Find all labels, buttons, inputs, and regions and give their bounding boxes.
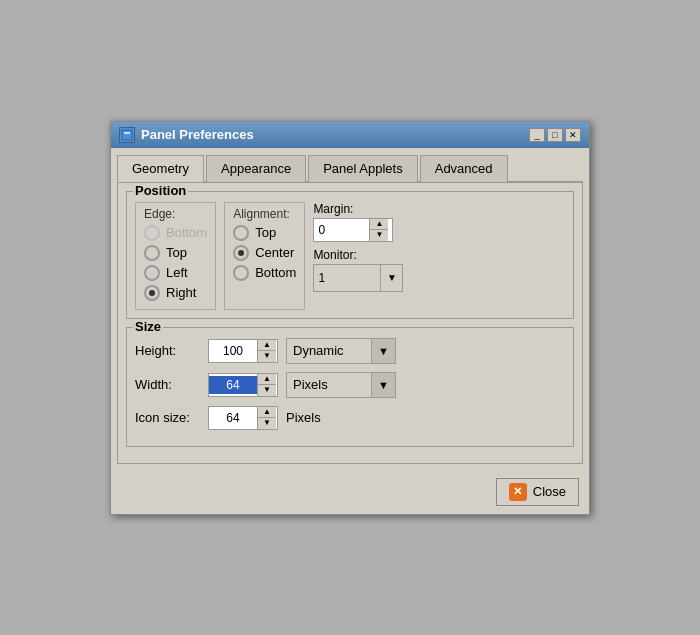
- main-window: Panel Preferences _ □ ✕ Geometry Appeara…: [110, 121, 590, 515]
- margin-down-button[interactable]: ▼: [370, 230, 388, 241]
- minimize-button[interactable]: _: [529, 128, 545, 142]
- window-title: Panel Preferences: [141, 127, 254, 142]
- margin-spinner[interactable]: ▲ ▼: [313, 218, 393, 242]
- titlebar-left: Panel Preferences: [119, 127, 254, 143]
- titlebar: Panel Preferences _ □ ✕: [111, 122, 589, 148]
- window-close-button[interactable]: ✕: [565, 128, 581, 142]
- radio-align-top-label: Top: [255, 225, 276, 240]
- radio-right-circle[interactable]: [144, 285, 160, 301]
- width-up-button[interactable]: ▲: [258, 374, 276, 385]
- radio-bottom[interactable]: Bottom: [144, 225, 207, 241]
- radio-right-label: Right: [166, 285, 196, 300]
- width-dropdown-value: Pixels: [287, 375, 371, 394]
- svg-rect-0: [122, 130, 132, 140]
- height-up-button[interactable]: ▲: [258, 340, 276, 351]
- icon-size-input[interactable]: [209, 409, 257, 427]
- radio-align-top[interactable]: Top: [233, 225, 296, 241]
- edge-box: Edge: Bottom Top Left: [135, 202, 216, 310]
- tab-content-geometry: Position Edge: Bottom Top: [117, 183, 583, 464]
- radio-top-circle[interactable]: [144, 245, 160, 261]
- width-dropdown-arrow-icon: ▼: [371, 373, 395, 397]
- width-input[interactable]: [209, 376, 257, 394]
- icon-size-spinner[interactable]: ▲ ▼: [208, 406, 278, 430]
- radio-align-center[interactable]: Center: [233, 245, 296, 261]
- margin-input[interactable]: [314, 221, 369, 239]
- monitor-dropdown[interactable]: 1 ▼: [313, 264, 403, 292]
- monitor-section: Monitor: 1 ▼: [313, 248, 565, 292]
- width-spinner-buttons: ▲ ▼: [257, 374, 276, 396]
- width-row: Width: ▲ ▼ Pixels ▼: [135, 372, 565, 398]
- height-dropdown-arrow-icon: ▼: [371, 339, 395, 363]
- height-spinner-buttons: ▲ ▼: [257, 340, 276, 362]
- icon-size-label: Icon size:: [135, 410, 200, 425]
- tab-bar: Geometry Appearance Panel Applets Advanc…: [117, 154, 583, 183]
- radio-left[interactable]: Left: [144, 265, 207, 281]
- height-dropdown[interactable]: Dynamic ▼: [286, 338, 396, 364]
- radio-align-bottom-circle[interactable]: [233, 265, 249, 281]
- height-input[interactable]: [209, 342, 257, 360]
- size-title: Size: [133, 319, 163, 334]
- height-down-button[interactable]: ▼: [258, 351, 276, 362]
- width-label: Width:: [135, 377, 200, 392]
- icon-size-up-button[interactable]: ▲: [258, 407, 276, 418]
- monitor-value: 1: [314, 269, 380, 287]
- radio-align-top-circle[interactable]: [233, 225, 249, 241]
- radio-align-bottom-label: Bottom: [255, 265, 296, 280]
- close-label: Close: [533, 484, 566, 499]
- tab-advanced[interactable]: Advanced: [420, 155, 508, 182]
- monitor-label: Monitor:: [313, 248, 565, 262]
- margin-section: Margin: ▲ ▼: [313, 202, 565, 242]
- margin-label: Margin:: [313, 202, 565, 216]
- radio-left-label: Left: [166, 265, 188, 280]
- radio-bottom-label: Bottom: [166, 225, 207, 240]
- icon-size-spinner-buttons: ▲ ▼: [257, 407, 276, 429]
- tab-appearance[interactable]: Appearance: [206, 155, 306, 182]
- titlebar-icon: [119, 127, 135, 143]
- radio-align-bottom[interactable]: Bottom: [233, 265, 296, 281]
- size-group: Size Height: ▲ ▼ Dynamic ▼: [126, 327, 574, 447]
- svg-rect-1: [124, 132, 130, 134]
- position-title: Position: [133, 183, 188, 198]
- radio-bottom-circle[interactable]: [144, 225, 160, 241]
- icon-size-down-button[interactable]: ▼: [258, 418, 276, 429]
- alignment-box: Alignment: Top Center Bottom: [224, 202, 305, 310]
- margin-spinner-buttons: ▲ ▼: [369, 219, 388, 241]
- margin-up-button[interactable]: ▲: [370, 219, 388, 230]
- radio-align-center-label: Center: [255, 245, 294, 260]
- position-inner: Edge: Bottom Top Left: [135, 202, 565, 310]
- height-dropdown-value: Dynamic: [287, 341, 371, 360]
- content-area: Geometry Appearance Panel Applets Advanc…: [111, 148, 589, 470]
- tab-geometry[interactable]: Geometry: [117, 155, 204, 182]
- radio-top-label: Top: [166, 245, 187, 260]
- radio-top[interactable]: Top: [144, 245, 207, 261]
- width-down-button[interactable]: ▼: [258, 385, 276, 396]
- alignment-label: Alignment:: [233, 207, 296, 221]
- icon-size-row: Icon size: ▲ ▼ Pixels: [135, 406, 565, 430]
- monitor-arrow-icon: ▼: [380, 265, 402, 291]
- close-icon: ✕: [509, 483, 527, 501]
- radio-right[interactable]: Right: [144, 285, 207, 301]
- icon-size-unit: Pixels: [286, 410, 321, 425]
- close-button[interactable]: ✕ Close: [496, 478, 579, 506]
- radio-align-center-circle[interactable]: [233, 245, 249, 261]
- titlebar-buttons: _ □ ✕: [529, 128, 581, 142]
- margin-monitor-box: Margin: ▲ ▼ Monitor:: [313, 202, 565, 310]
- height-label: Height:: [135, 343, 200, 358]
- height-row: Height: ▲ ▼ Dynamic ▼: [135, 338, 565, 364]
- radio-left-circle[interactable]: [144, 265, 160, 281]
- width-dropdown[interactable]: Pixels ▼: [286, 372, 396, 398]
- width-spinner[interactable]: ▲ ▼: [208, 373, 278, 397]
- edge-label: Edge:: [144, 207, 207, 221]
- maximize-button[interactable]: □: [547, 128, 563, 142]
- height-spinner[interactable]: ▲ ▼: [208, 339, 278, 363]
- position-group: Position Edge: Bottom Top: [126, 191, 574, 319]
- tab-panel-applets[interactable]: Panel Applets: [308, 155, 418, 182]
- footer: ✕ Close: [111, 470, 589, 514]
